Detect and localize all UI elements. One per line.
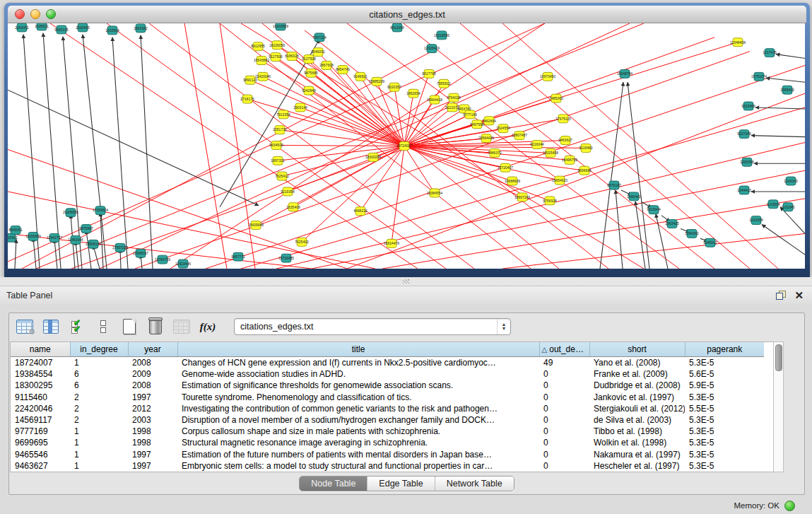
graph-node[interactable]: 16033809 — [273, 23, 288, 30]
black-edge[interactable] — [76, 241, 78, 269]
graph-node[interactable]: 1897321 — [271, 156, 285, 165]
graph-node[interactable]: 1103504 — [766, 200, 779, 209]
minimize-window-icon[interactable] — [30, 9, 40, 19]
table-cell[interactable]: 1998 — [128, 437, 177, 448]
tab-edge-table[interactable]: Edge Table — [367, 477, 434, 491]
table-cell[interactable]: Nakamura et al. (1997) — [589, 449, 685, 460]
red-edge[interactable] — [220, 23, 255, 269]
table-cell[interactable]: 9463627 — [11, 460, 70, 472]
graph-node[interactable]: 8505051 — [8, 226, 23, 235]
red-edge[interactable] — [309, 59, 404, 146]
table-cell[interactable]: 1 — [70, 426, 128, 437]
graph-node[interactable]: 6216044 — [530, 141, 544, 149]
table-cell[interactable]: 18300295 — [11, 380, 70, 391]
graph-node[interactable]: 12942757 — [47, 233, 62, 242]
red-edge[interactable] — [247, 99, 404, 146]
splitter-grip-icon[interactable] — [403, 279, 409, 284]
graph-node[interactable]: 16648784 — [617, 69, 632, 78]
graph-node[interactable]: 7462664 — [482, 117, 496, 125]
graph-node[interactable]: 9699695 — [577, 166, 592, 175]
graph-node[interactable]: 16914479 — [384, 239, 399, 247]
select-columns-button[interactable]: ✔ ✔ — [67, 317, 87, 337]
table-cell[interactable]: 0 — [539, 403, 589, 414]
float-panel-icon[interactable] — [776, 291, 786, 300]
table-cell[interactable]: 2 — [70, 392, 128, 403]
table-cell[interactable]: 2003 — [128, 414, 177, 426]
table-cell[interactable]: Tourette syndrome. Phenomenology and cla… — [177, 392, 539, 403]
table-cell[interactable]: Genome-wide association studies in ADHD. — [177, 368, 539, 380]
black-edge[interactable] — [776, 54, 805, 59]
column-header-title[interactable]: title — [177, 342, 539, 357]
table-cell[interactable]: de Silva et al. (2003) — [589, 414, 685, 426]
graph-node[interactable]: 9463627 — [558, 136, 572, 145]
column-header-pagerank[interactable]: pagerank — [685, 342, 764, 357]
graph-node[interactable]: 8679197 — [607, 181, 621, 189]
table-cell[interactable]: 0 — [539, 414, 589, 426]
table-cell[interactable]: 1 — [70, 460, 128, 472]
table-cell[interactable]: 1 — [70, 357, 128, 369]
table-cell[interactable]: 1997 — [128, 460, 177, 472]
delete-table-button[interactable] — [146, 317, 165, 337]
red-edge[interactable] — [184, 23, 227, 269]
table-cell[interactable]: Wolkin et al. (1998) — [589, 437, 685, 448]
table-cell[interactable]: 5.3E-5 — [685, 449, 764, 460]
graph-node[interactable]: 7625402 — [295, 238, 309, 246]
graph-node[interactable]: 1101045 — [781, 203, 794, 211]
table-cell[interactable]: Corpus callosum shape and size in male p… — [177, 426, 539, 437]
graph-node[interactable]: 10688609 — [505, 177, 520, 185]
graph-node[interactable]: 9219354 — [281, 187, 295, 196]
tab-node-table[interactable]: Node Table — [300, 477, 367, 491]
table-cell[interactable]: 5.9E-5 — [685, 380, 764, 391]
graph-node[interactable]: 9890123 — [243, 76, 257, 84]
table-cell[interactable]: Yano et al. (2008) — [589, 357, 685, 369]
column-header-indegree[interactable]: in_degree — [70, 342, 128, 357]
graph-node[interactable]: 9875685 — [304, 69, 318, 77]
table-cell[interactable]: Investigating the contribution of common… — [177, 403, 539, 414]
table-cell[interactable]: 2 — [70, 403, 128, 414]
red-edge[interactable] — [276, 146, 404, 146]
graph-node[interactable]: 1635409 — [286, 203, 300, 211]
table-row[interactable]: 969969511998Structural magnetic resonanc… — [11, 437, 764, 448]
table-cell[interactable]: Estimation of significance thresholds fo… — [177, 380, 539, 391]
zoom-window-icon[interactable] — [46, 9, 56, 19]
table-options-button[interactable]: ⚙ — [15, 317, 35, 337]
graph-node[interactable]: 7913354 — [276, 110, 290, 119]
new-table-button[interactable] — [119, 317, 139, 337]
table-cell[interactable]: Tibbo et al. (1998) — [589, 426, 685, 437]
table-cell[interactable]: 5.5E-5 — [685, 403, 764, 414]
red-edge[interactable] — [502, 233, 805, 269]
graph-node[interactable]: 9146821 — [353, 72, 367, 81]
black-edge[interactable] — [755, 107, 805, 109]
graph-node[interactable]: 1033504 — [105, 26, 119, 35]
graph-node[interactable]: 1696442 — [627, 192, 641, 201]
graph-node[interactable]: 12325419 — [424, 45, 440, 53]
table-cell[interactable]: Stergiakouli et al. (2012) — [589, 403, 685, 414]
table-row[interactable]: 2242004622012Investigating the contribut… — [11, 403, 764, 414]
graph-node[interactable]: 2051731 — [273, 126, 287, 134]
black-edge[interactable] — [762, 225, 805, 255]
graph-node[interactable]: 9505135 — [54, 25, 69, 34]
graph-node[interactable]: 9975887 — [79, 225, 93, 233]
graph-node[interactable]: 9329966 — [741, 102, 755, 110]
table-cell[interactable]: 49 — [539, 357, 589, 369]
table-selector-dropdown[interactable]: citations_edges.txt ▲▼ — [234, 318, 511, 335]
table-cell[interactable]: 2012 — [128, 403, 177, 414]
table-cell[interactable]: 0 — [539, 460, 589, 472]
graph-node[interactable]: 1595839 — [780, 86, 794, 94]
network-window-titlebar[interactable]: citations_edges.txt — [8, 6, 806, 23]
black-edge[interactable] — [93, 245, 100, 269]
graph-node[interactable]: 6794028 — [447, 93, 461, 102]
table-cell[interactable]: Structural magnetic resonance image aver… — [177, 437, 539, 448]
red-edge[interactable] — [347, 93, 805, 269]
table-cell[interactable]: 0 — [539, 368, 589, 380]
table-cell[interactable]: 1998 — [128, 426, 177, 437]
graph-node[interactable]: 19384554 — [427, 189, 442, 197]
tab-network-table[interactable]: Network Table — [435, 477, 514, 491]
graph-node[interactable]: 1216043 — [784, 177, 798, 185]
graph-node[interactable]: 7357224 — [312, 33, 326, 42]
graph-node[interactable]: 9115460 — [579, 144, 592, 153]
black-edge[interactable] — [15, 239, 16, 269]
black-edge[interactable] — [635, 201, 645, 269]
table-cell[interactable]: 22420046 — [11, 403, 70, 414]
graph-node[interactable]: 9127506 — [269, 53, 283, 62]
